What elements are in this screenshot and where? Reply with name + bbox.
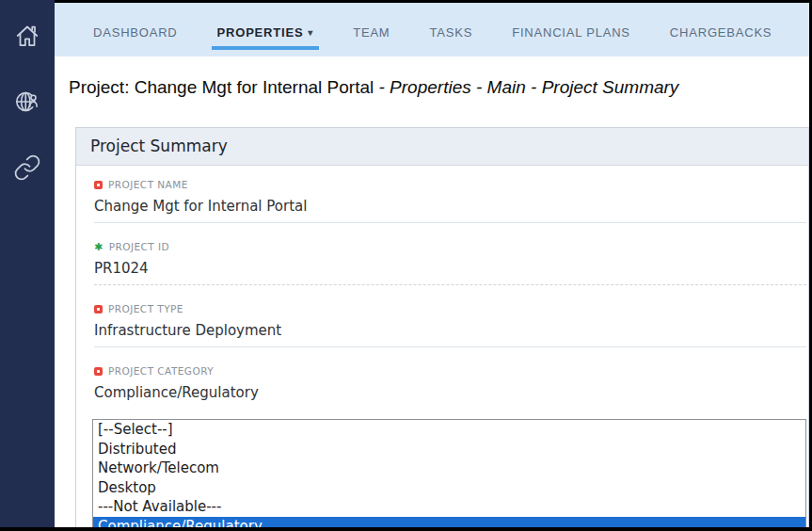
- field-label: PROJECT CATEGORY: [94, 365, 806, 377]
- form-field: PROJECT TYPE Infrastructure Deployment: [94, 303, 806, 347]
- nav-tab-label: DASHBOARD: [93, 25, 178, 40]
- panel-header: Project Summary: [76, 128, 808, 166]
- icon-sidebar: [0, 0, 55, 527]
- field-label-text: PROJECT TYPE: [108, 303, 183, 314]
- window-border-top: [55, 0, 812, 3]
- link-icon[interactable]: [12, 153, 42, 183]
- dropdown-option[interactable]: Distributed: [93, 440, 805, 459]
- dropdown-option[interactable]: [--Select--]: [93, 420, 805, 440]
- form-field: PROJECT CATEGORY Compliance/Regulatory: [94, 365, 806, 406]
- required-red-square-icon: [94, 305, 103, 314]
- field-label-text: PROJECT ID: [109, 241, 169, 252]
- globe-user-icon[interactable]: [12, 87, 42, 117]
- nav-tab-label: TEAM: [353, 25, 390, 40]
- top-navigation: DASHBOARD▾ PROPERTIES▾ TEAM▾ TASKS▾ FINA…: [55, 3, 809, 56]
- field-label-text: PROJECT CATEGORY: [108, 365, 214, 377]
- tab-team[interactable]: TEAM▾: [347, 3, 395, 46]
- nav-tab-label: CHARGEBACKS: [670, 25, 772, 40]
- panel-body: PROJECT NAME Change Mgt for Internal Por…: [76, 166, 808, 419]
- tab-dashboard[interactable]: DASHBOARD▾: [88, 3, 183, 46]
- field-label-text: PROJECT NAME: [108, 179, 188, 190]
- required-red-square-icon: [94, 367, 103, 376]
- nav-tab-label: FINANCIAL PLANS: [512, 25, 630, 40]
- field-label: PROJECT NAME: [94, 179, 806, 190]
- nav-tab-label: PROPERTIES: [217, 25, 304, 40]
- dropdown-option[interactable]: ---Not Available---: [93, 497, 805, 517]
- page-title: Project: Change Mgt for Internal Portal …: [55, 56, 809, 127]
- required-red-square-icon: [94, 181, 103, 189]
- id-green-asterisk-icon: [94, 241, 103, 252]
- project-category-dropdown-list: [--Select--] Distributed Network/Telecom…: [92, 419, 806, 531]
- field-value[interactable]: Compliance/Regulatory: [94, 384, 806, 406]
- window-border-bottom: [0, 527, 812, 531]
- field-label: PROJECT TYPE: [94, 303, 806, 314]
- panel-header-label: Project Summary: [90, 137, 228, 155]
- page-title-main: Project: Change Mgt for Internal Portal: [69, 77, 379, 97]
- field-label: PROJECT ID: [94, 241, 806, 252]
- chevron-down-icon: ▾: [308, 25, 313, 40]
- form-field: PROJECT ID PR1024: [94, 241, 806, 285]
- field-value[interactable]: Change Mgt for Internal Portal: [94, 198, 806, 223]
- home-icon[interactable]: [12, 21, 42, 51]
- form-field: PROJECT NAME Change Mgt for Internal Por…: [94, 179, 806, 223]
- page-title-breadcrumb: - Properties - Main - Project Summary: [379, 77, 679, 97]
- tab-financial-plans[interactable]: FINANCIAL PLANS▾: [506, 3, 636, 46]
- dropdown-option[interactable]: Network/Telecom: [93, 459, 805, 478]
- project-summary-panel: Project Summary PROJECT NAME Change Mgt …: [75, 127, 809, 531]
- field-value[interactable]: Infrastructure Deployment: [94, 322, 806, 347]
- nav-tab-label: TASKS: [430, 25, 473, 40]
- tab-tasks[interactable]: TASKS▾: [424, 3, 479, 46]
- main-area: DASHBOARD▾ PROPERTIES▾ TEAM▾ TASKS▾ FINA…: [55, 3, 809, 531]
- field-value: PR1024: [94, 260, 806, 285]
- dropdown-option[interactable]: Desktop: [93, 478, 805, 498]
- tab-chargebacks[interactable]: CHARGEBACKS▾: [664, 3, 778, 46]
- tab-properties[interactable]: PROPERTIES▾: [212, 3, 320, 50]
